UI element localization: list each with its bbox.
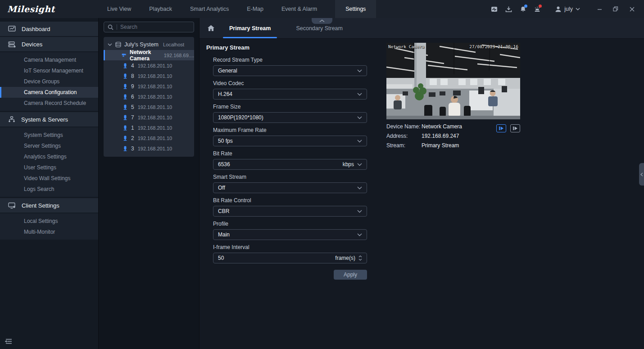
- sidebar-system-list: System Settings Server Settings Analytic…: [0, 127, 98, 197]
- tree-item-camera-3[interactable]: 3 192.168.201.10: [104, 143, 194, 154]
- office-scene: [386, 43, 520, 119]
- bell-icon[interactable]: [518, 4, 528, 14]
- sidebar-section-client-settings[interactable]: Client Settings: [0, 198, 98, 213]
- primary-stream-form: Record Stream Type General Video Codec H…: [213, 57, 367, 280]
- field-bit-rate-control: Bit Rate Control CBR: [213, 197, 367, 217]
- tree-root-name: July's System: [124, 41, 159, 48]
- top-bar: Milesight Live View Playback Smart Analy…: [0, 0, 644, 18]
- bullet-camera-icon: [123, 136, 127, 141]
- device-name: 9: [131, 83, 134, 90]
- field-label: Profile: [213, 221, 367, 227]
- field-record-stream-type: Record Stream Type General: [213, 57, 367, 76]
- sidebar-item-device-groups[interactable]: Device Groups: [0, 76, 98, 87]
- sidebar-item-iot-sensor-management[interactable]: IoT Sensor Management: [0, 65, 98, 76]
- collapse-panel-notch[interactable]: [312, 18, 332, 24]
- sidebar-item-server-settings[interactable]: Server Settings: [0, 141, 98, 151]
- sidebar-item-user-settings[interactable]: User Settings: [0, 162, 98, 173]
- camera-preview: Network Camera 27/08/2023 21:00:16: [386, 43, 520, 119]
- search-input[interactable]: [120, 24, 190, 30]
- minimize-icon[interactable]: [594, 3, 605, 15]
- play-primary-icon[interactable]: [496, 124, 506, 132]
- tab-primary-stream[interactable]: Primary Stream: [227, 18, 273, 38]
- user-menu[interactable]: july: [555, 6, 580, 13]
- tree-item-camera-5[interactable]: 5 192.168.201.10: [104, 102, 194, 112]
- tree-root-system[interactable]: July's System Localhost: [104, 39, 194, 50]
- stream-play-buttons: [496, 124, 520, 132]
- video-codec-select[interactable]: H.264: [213, 89, 367, 100]
- tree-item-camera-1[interactable]: 1 192.168.201.10: [104, 122, 194, 133]
- tree-item-camera-6[interactable]: 6 192.168.201.10: [104, 91, 194, 102]
- bit-rate-input-group: kbps: [213, 159, 367, 170]
- tree-item-camera-9[interactable]: 9 192.168.201.10: [104, 81, 194, 91]
- nav-playback[interactable]: Playback: [149, 0, 172, 18]
- field-label: Smart Stream: [213, 174, 367, 180]
- field-label: I-frame Interval: [213, 244, 367, 250]
- sidebar-item-video-wall-settings[interactable]: Video Wall Settings: [0, 173, 98, 184]
- sidebar-item-logs-search[interactable]: Logs Search: [0, 184, 98, 195]
- device-search[interactable]: [104, 22, 194, 32]
- apply-button[interactable]: Apply: [334, 270, 367, 280]
- tree-item-camera-7[interactable]: 7 192.168.201.10: [104, 112, 194, 122]
- sidebar-item-camera-record-schedule[interactable]: Camera Record Schedule: [0, 98, 98, 109]
- record-stream-type-select[interactable]: General: [213, 65, 367, 76]
- apply-row: Apply: [213, 270, 367, 280]
- profile-select[interactable]: Main: [213, 229, 367, 240]
- activity-icon[interactable]: [489, 4, 499, 14]
- home-icon[interactable]: [207, 25, 215, 32]
- maximum-frame-rate-select[interactable]: 50 fps: [213, 136, 367, 146]
- sidebar-item-system-settings[interactable]: System Settings: [0, 130, 98, 141]
- chevron-up-icon: [358, 255, 362, 258]
- sidebar-item-multi-monitor[interactable]: Multi-Monitor: [0, 227, 98, 237]
- bit-rate-input[interactable]: [218, 161, 343, 168]
- sidebar-section-devices[interactable]: Devices: [0, 37, 98, 51]
- expand-right-panel-handle[interactable]: [639, 163, 644, 186]
- nav-smart-analytics[interactable]: Smart Analytics: [190, 0, 229, 18]
- bullet-camera-icon: [123, 84, 127, 89]
- dashboard-icon: [8, 26, 16, 32]
- device-name: Network Camera: [130, 49, 160, 62]
- nav-e-map[interactable]: E-Map: [247, 0, 263, 18]
- tree-item-camera-2[interactable]: 2 192.168.201.10: [104, 133, 194, 143]
- quantity-stepper[interactable]: [358, 255, 362, 261]
- window-controls: [594, 3, 638, 15]
- sidebar-item-local-settings[interactable]: Local Settings: [0, 216, 98, 227]
- nav-event-alarm[interactable]: Event & Alarm: [281, 0, 317, 18]
- nav-settings[interactable]: Settings: [335, 0, 376, 18]
- collapse-sidebar-icon[interactable]: [5, 338, 12, 344]
- sidebar-label: Client Settings: [22, 202, 59, 209]
- search-icon: [108, 24, 113, 30]
- tree-item-camera-8[interactable]: 8 192.168.201.10: [104, 71, 194, 81]
- bit-rate-control-select[interactable]: CBR: [213, 206, 367, 217]
- device-address: 192.168.201.10: [138, 94, 172, 100]
- chevron-down-icon[interactable]: [357, 163, 362, 166]
- nav-live-view[interactable]: Live View: [107, 0, 131, 18]
- play-secondary-icon[interactable]: [510, 124, 520, 132]
- sidebar-label: System & Servers: [21, 116, 68, 123]
- sidebar-item-analytics-settings[interactable]: Analytics Settings: [0, 151, 98, 162]
- info-value: Primary Stream: [422, 142, 459, 149]
- tree-item-camera-4[interactable]: 4 192.168.201.10: [104, 60, 194, 71]
- client-settings-icon: [8, 202, 16, 209]
- download-icon[interactable]: [503, 4, 513, 14]
- device-address: 192.168.201.10: [138, 146, 172, 151]
- smart-stream-select[interactable]: Off: [213, 182, 367, 193]
- bullet-camera-icon: [123, 146, 127, 151]
- iframe-interval-input[interactable]: [218, 255, 335, 261]
- select-value: H.264: [218, 91, 357, 97]
- sidebar-section-system-servers[interactable]: System & Servers: [0, 112, 98, 127]
- stream-preview-panel: Network Camera 27/08/2023 21:00:16 Devic…: [386, 43, 520, 152]
- restore-icon[interactable]: [610, 3, 621, 15]
- select-value: 1080P(1920*1080): [218, 114, 357, 121]
- alarm-icon[interactable]: [532, 4, 542, 14]
- frame-size-select[interactable]: 1080P(1920*1080): [213, 112, 367, 123]
- sidebar-item-camera-configuration[interactable]: Camera Configuration: [0, 87, 98, 98]
- device-address: 192.168.201.10: [138, 136, 172, 141]
- search-divider: [117, 24, 117, 30]
- tree-item-network-camera[interactable]: Network Camera 192.168.69....: [104, 50, 194, 60]
- sidebar-item-dashboard[interactable]: Dashboard: [0, 22, 98, 36]
- ptz-camera-icon: [122, 53, 126, 58]
- field-video-codec: Video Codec H.264: [213, 80, 367, 100]
- bullet-camera-icon: [123, 94, 127, 100]
- sidebar-item-camera-management[interactable]: Camera Management: [0, 54, 98, 65]
- close-icon[interactable]: [626, 3, 638, 15]
